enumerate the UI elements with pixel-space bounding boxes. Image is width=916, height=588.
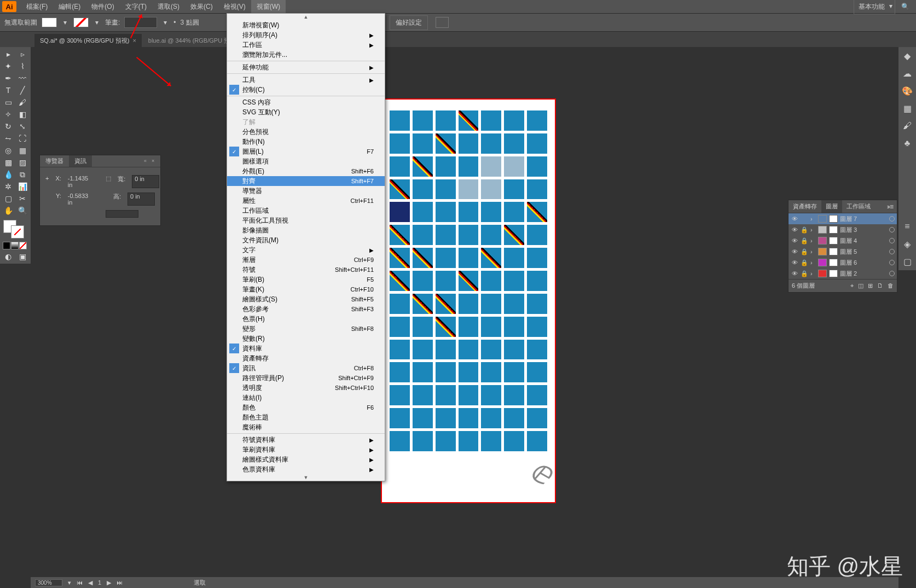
target-icon[interactable]	[889, 249, 895, 254]
layer-row[interactable]: 👁🔒›圖層 5	[789, 246, 897, 257]
menu-file[interactable]: 檔案(F)	[21, 0, 53, 14]
properties-panel-icon[interactable]: ◆	[898, 47, 916, 65]
menu-item[interactable]: 工作區域	[227, 206, 385, 216]
width-tool[interactable]: ⥊	[1, 132, 15, 144]
menu-window[interactable]: 視窗(W)	[251, 0, 286, 14]
color-panel-icon[interactable]: 🎨	[898, 82, 916, 100]
search-icon[interactable]: 🔍	[898, 0, 912, 13]
menu-item[interactable]: 瀏覽附加元件...	[227, 50, 385, 60]
lock-icon[interactable]: 🔒	[801, 248, 808, 255]
locate-layer-icon[interactable]: ⌖	[850, 282, 854, 289]
menu-view[interactable]: 檢視(V)	[218, 0, 251, 14]
menu-item[interactable]: ✓控制(C)	[227, 85, 385, 95]
panel-tab-layers[interactable]: 圖層	[821, 200, 842, 213]
menu-item[interactable]: 符號資料庫▶	[227, 435, 385, 445]
menu-item[interactable]: 路徑管理員(P)Shift+Ctrl+F9	[227, 373, 385, 383]
new-layer-icon[interactable]: 🗋	[877, 282, 883, 289]
delete-layer-icon[interactable]: 🗑	[888, 282, 894, 289]
lock-icon[interactable]: 🔒	[801, 270, 808, 277]
menu-item[interactable]: 導覽器	[227, 186, 385, 196]
symbol-sprayer-tool[interactable]: ✲	[1, 181, 15, 193]
expand-icon[interactable]: ›	[810, 216, 816, 222]
close-icon[interactable]: ×	[152, 158, 158, 165]
scroll-down-icon[interactable]: ▼	[227, 474, 385, 481]
visibility-icon[interactable]: 👁	[791, 259, 798, 266]
menu-item[interactable]: 分色預視	[227, 127, 385, 137]
graph-tool[interactable]: 📊	[15, 181, 30, 193]
lasso-tool[interactable]: ⌇	[15, 60, 30, 72]
expand-icon[interactable]: ›	[810, 226, 816, 233]
menu-item[interactable]: 顏色主題	[227, 412, 385, 422]
stroke-weight-dd-icon[interactable]: ▾	[161, 19, 169, 26]
layer-row[interactable]: 👁🔒›圖層 4	[789, 235, 897, 246]
menu-item[interactable]: 文件資訊(M)	[227, 235, 385, 245]
eraser-tool[interactable]: ◧	[15, 108, 30, 120]
stroke-panel-icon[interactable]: ≡	[898, 218, 916, 235]
nav-first-icon[interactable]: ⏮	[77, 579, 83, 586]
zoom-tool[interactable]: 🔍	[15, 205, 30, 217]
close-icon[interactable]: ×	[132, 37, 136, 44]
shaper-tool[interactable]: ✧	[1, 108, 15, 120]
layer-row[interactable]: 👁🔒›圖層 2	[789, 268, 897, 279]
menu-item[interactable]: 平面化工具預視	[227, 216, 385, 225]
menu-item[interactable]: ✓資訊Ctrl+F8	[227, 363, 385, 373]
expand-icon[interactable]: ›	[810, 237, 816, 244]
lock-icon[interactable]: 🔒	[801, 259, 808, 266]
target-icon[interactable]	[889, 227, 895, 232]
menu-item[interactable]: 筆刷(B)F5	[227, 275, 385, 284]
mesh-tool[interactable]: ▩	[1, 156, 15, 168]
visibility-icon[interactable]: 👁	[791, 226, 798, 233]
menu-item[interactable]: 屬性Ctrl+F11	[227, 196, 385, 206]
artboards-panel-icon[interactable]: ▢	[898, 253, 916, 270]
menu-item[interactable]: ✓圖層(L)F7	[227, 147, 385, 156]
gradient-tool[interactable]: ▨	[15, 156, 30, 168]
target-icon[interactable]	[889, 271, 895, 276]
menu-item[interactable]: 魔術棒	[227, 422, 385, 432]
panel-tab-info[interactable]: 資訊	[69, 155, 92, 167]
menu-item[interactable]: 連結(I)	[227, 393, 385, 403]
eyedropper-tool[interactable]: 💧	[1, 168, 15, 181]
nav-prev-icon[interactable]: ◀	[88, 579, 92, 586]
stroke-dropdown-icon[interactable]: ▾	[93, 19, 101, 26]
libraries-panel-icon[interactable]: ☁	[898, 65, 916, 82]
free-transform-tool[interactable]: ⛶	[15, 132, 30, 144]
nav-last-icon[interactable]: ⏭	[117, 579, 123, 586]
menu-item[interactable]: 影像描圖	[227, 225, 385, 235]
visibility-icon[interactable]: 👁	[791, 248, 798, 255]
line-tool[interactable]: ╱	[15, 84, 30, 96]
curvature-tool[interactable]: 〰	[15, 72, 30, 84]
layers-panel-icon[interactable]: ◈	[898, 235, 916, 253]
menu-item[interactable]: 筆畫(K)Ctrl+F10	[227, 284, 385, 294]
fill-dropdown-icon[interactable]: ▾	[61, 19, 69, 26]
swatches-panel-icon[interactable]: ▦	[898, 100, 916, 117]
draw-mode-icon[interactable]: ◐	[1, 251, 15, 263]
make-clipping-mask-icon[interactable]: ◫	[858, 282, 863, 289]
rectangle-tool[interactable]: ▭	[1, 96, 15, 108]
stroke-weight-input[interactable]	[124, 17, 157, 28]
lock-icon[interactable]: 🔒	[801, 237, 808, 244]
hand-tool[interactable]: ✋	[1, 205, 15, 217]
menu-object[interactable]: 物件(O)	[86, 0, 119, 14]
menu-item[interactable]: 色彩參考Shift+F3	[227, 304, 385, 314]
menu-item[interactable]: 變形Shift+F8	[227, 324, 385, 334]
scroll-up-icon[interactable]: ▲	[227, 14, 385, 20]
target-icon[interactable]	[889, 238, 895, 243]
brush-profile[interactable]: 3 點圓	[181, 18, 199, 27]
none-mode-icon[interactable]	[19, 242, 27, 249]
artboard-tool[interactable]: ▢	[1, 193, 15, 205]
panel-tab-assets[interactable]: 資產轉存	[789, 200, 821, 213]
zoom-dd-icon[interactable]: ▾	[68, 579, 71, 586]
visibility-icon[interactable]: 👁	[791, 270, 798, 277]
layer-row[interactable]: 👁🔒›圖層 6	[789, 257, 897, 268]
fill-stroke-control[interactable]	[1, 219, 30, 241]
menu-select[interactable]: 選取(S)	[152, 0, 185, 14]
menu-effect[interactable]: 效果(C)	[185, 0, 218, 14]
new-sublayer-icon[interactable]: ⊞	[868, 282, 873, 289]
type-tool[interactable]: T	[1, 84, 15, 96]
menu-item[interactable]: 外觀(E)Shift+F6	[227, 166, 385, 176]
menu-item[interactable]: 漸層Ctrl+F9	[227, 255, 385, 265]
brushes-panel-icon[interactable]: 🖌	[898, 117, 916, 135]
canvas[interactable]: ⅇ	[31, 47, 898, 577]
menu-item[interactable]: 延伸功能▶	[227, 62, 385, 72]
selection-tool[interactable]: ▸	[1, 48, 15, 60]
